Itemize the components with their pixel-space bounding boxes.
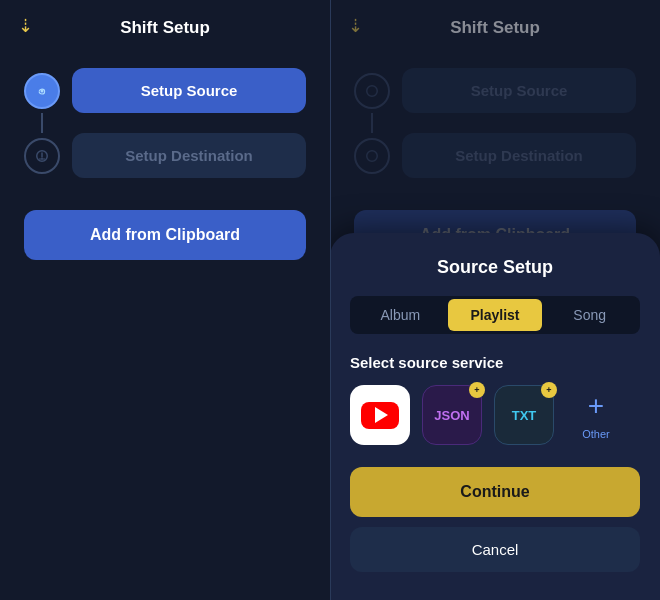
setup-destination-button[interactable]: Setup Destination [72,133,306,178]
right-download-icon: ⇣ [348,15,363,37]
svg-point-3 [367,85,378,96]
json-badge: + [469,382,485,398]
right-step2-icon [354,138,390,174]
right-setup-source-button: Setup Source [402,68,636,113]
left-steps: Setup Source Setup Destination [0,52,330,194]
svg-point-4 [367,150,378,161]
step2-row: Setup Destination [24,133,306,178]
step1-row: Setup Source [24,68,306,113]
modal-title: Source Setup [350,257,640,278]
json-service-icon[interactable]: JSON + [422,385,482,445]
plus-icon: + [588,390,604,422]
other-service-icon[interactable]: + Other [566,385,626,445]
txt-service-icon[interactable]: TXT + [494,385,554,445]
right-setup-destination-button: Setup Destination [402,133,636,178]
step1-icon [24,73,60,109]
source-setup-modal: Source Setup Album Playlist Song Select … [330,233,660,600]
step-connector [41,113,43,133]
select-source-label: Select source service [350,354,640,371]
yt-icon-wrapper [361,402,399,429]
add-from-clipboard-button[interactable]: Add from Clipboard [24,210,306,260]
yt-triangle [375,407,388,423]
txt-badge: + [541,382,557,398]
other-label: Other [582,428,610,440]
tab-album[interactable]: Album [353,299,448,331]
left-title: Shift Setup [120,18,210,38]
txt-label: TXT [512,408,537,423]
tab-playlist[interactable]: Playlist [448,299,543,331]
services-row: JSON + TXT + + Other [350,385,640,445]
svg-point-1 [41,89,44,92]
tab-song[interactable]: Song [542,299,637,331]
youtube-service-icon[interactable] [350,385,410,445]
panel-divider [330,0,331,600]
right-steps: Setup Source Setup Destination [330,52,660,194]
right-header: ⇣ Shift Setup [330,0,660,52]
setup-source-button[interactable]: Setup Source [72,68,306,113]
cancel-button[interactable]: Cancel [350,527,640,572]
right-title: Shift Setup [450,18,540,38]
download-icon: ⇣ [18,15,33,37]
right-step2-row: Setup Destination [354,133,636,178]
right-panel: ⇣ Shift Setup Setup Source Setup Destina… [330,0,660,600]
right-step-connector [371,113,373,133]
json-label: JSON [434,408,469,423]
right-step1-row: Setup Source [354,68,636,113]
tabs-row: Album Playlist Song [350,296,640,334]
step2-icon [24,138,60,174]
continue-button[interactable]: Continue [350,467,640,517]
right-step1-icon [354,73,390,109]
left-header: ⇣ Shift Setup [0,0,330,52]
left-panel: ⇣ Shift Setup Setup Source [0,0,330,600]
